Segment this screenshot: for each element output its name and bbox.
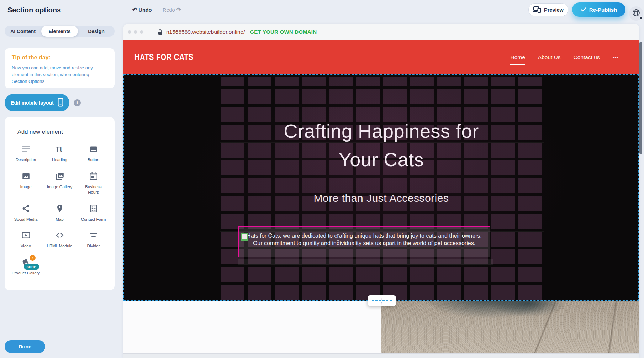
add-new-element-card: Add new element DescriptionTtHeadingButt… xyxy=(5,117,115,290)
add-element-image-gallery[interactable]: Image Gallery xyxy=(43,172,76,195)
site-url[interactable]: n1566589.websitebuilder.online/ xyxy=(166,29,245,35)
redo-button[interactable]: Redo ↷ xyxy=(163,6,181,13)
element-label: Heading xyxy=(52,157,67,163)
shop-badge: SHOP xyxy=(24,264,39,270)
lock-icon xyxy=(158,29,163,35)
website-builder-app: Section options ↶ Undo Redo ↷ Preview Re… xyxy=(0,0,644,358)
add-element-heading[interactable]: TtHeading xyxy=(43,144,76,163)
element-grid: DescriptionTtHeadingButtonImageImage Gal… xyxy=(9,144,110,276)
browser-dot xyxy=(134,30,137,34)
upgrade-arrow-icon: ↑ xyxy=(30,255,36,261)
element-label: Map xyxy=(56,217,63,222)
next-section-white-area[interactable] xyxy=(123,301,381,358)
selected-text-element[interactable]: Hats for Cats, we are dedicated to craft… xyxy=(238,226,490,257)
social-media-icon xyxy=(21,204,31,215)
element-label: Video xyxy=(21,243,31,249)
tab-elements[interactable]: Elements xyxy=(41,26,78,37)
tip-body: Now you can add, move and resize any ele… xyxy=(12,64,102,85)
undo-icon: ↶ xyxy=(132,7,137,13)
video-icon xyxy=(21,231,31,241)
tab-ai-content[interactable]: AI Content xyxy=(5,26,41,37)
edit-mobile-layout-button[interactable]: Edit mobile layout xyxy=(5,94,69,111)
add-element-product-gallery[interactable]: ↑SHOPProduct Gallery xyxy=(9,258,43,276)
get-your-own-domain-link[interactable]: GET YOUR OWN DOMAIN xyxy=(250,29,317,35)
sidebar: AI Content Elements Design Tip of the da… xyxy=(0,21,119,358)
element-selection-handle[interactable] xyxy=(241,233,248,241)
next-section xyxy=(123,301,639,358)
hero-heading-line1: Crafting Happiness for xyxy=(124,117,638,145)
map-icon xyxy=(55,204,64,215)
hero-paragraph-line1: Hats for Cats, we are dedicated to craft… xyxy=(239,232,490,239)
hero-heading-line2: Your Cats xyxy=(124,145,638,174)
topbar: Section options ↶ Undo Redo ↷ Preview Re… xyxy=(0,0,644,21)
tip-title: Tip of the day: xyxy=(12,54,107,61)
element-label: HTML Module xyxy=(47,243,73,249)
element-label: Button xyxy=(88,157,99,163)
html-module-icon xyxy=(55,231,65,241)
add-new-element-title: Add new element xyxy=(9,128,110,135)
sidebar-tabs: AI Content Elements Design xyxy=(5,26,115,37)
element-label: Product Gallery xyxy=(12,270,40,276)
site-preview-frame: n1566589.websitebuilder.online/ GET YOUR… xyxy=(123,24,639,358)
element-label: Image Gallery xyxy=(47,184,73,190)
tip-of-the-day-card: Tip of the day: Now you can add, move an… xyxy=(5,48,115,88)
hero-heading[interactable]: Crafting Happiness for Your Cats xyxy=(124,117,638,174)
site-nav: HomeAbout UsContact us••• xyxy=(510,40,618,74)
image-icon xyxy=(21,172,31,182)
element-label: Divider xyxy=(87,243,100,249)
edit-mobile-layout-label: Edit mobile layout xyxy=(11,100,54,106)
add-element-button[interactable]: Button xyxy=(76,144,110,163)
paragraph-shadow-strip xyxy=(238,259,493,265)
hero-section-selected[interactable]: Crafting Happiness for Your Cats More th… xyxy=(123,74,639,301)
undo-button[interactable]: ↶ Undo xyxy=(132,6,152,13)
heading-icon: Tt xyxy=(55,144,64,155)
add-element-map[interactable]: Map xyxy=(43,204,76,222)
republish-button[interactable]: Re-Publish xyxy=(572,2,625,17)
hero-subheading[interactable]: More than Just Accessories xyxy=(124,192,638,204)
next-section-photo[interactable] xyxy=(381,301,639,358)
browser-bar: n1566589.websitebuilder.online/ GET YOUR… xyxy=(123,24,639,40)
element-label: Business Hours xyxy=(79,184,108,195)
text-cursor xyxy=(336,234,340,242)
redo-icon: ↷ xyxy=(176,7,181,13)
hero-paragraph-line2: Our commitment to quality and individual… xyxy=(239,239,490,247)
nav-item-2[interactable]: Contact us xyxy=(574,54,600,60)
add-element-social-media[interactable]: Social Media xyxy=(9,204,43,222)
tab-design[interactable]: Design xyxy=(78,26,115,37)
contact-form-icon xyxy=(89,204,98,215)
check-icon xyxy=(581,7,586,13)
site-header: HATS FOR CATS HomeAbout UsContact us••• xyxy=(123,40,639,74)
nav-item-1[interactable]: About Us xyxy=(538,54,561,60)
element-label: Contact Form xyxy=(81,217,106,222)
done-button[interactable]: Done xyxy=(5,340,45,353)
nav-item-0[interactable]: Home xyxy=(510,54,525,65)
add-element-video[interactable]: Video xyxy=(9,231,43,249)
divider-icon xyxy=(89,231,98,241)
add-element-contact-form[interactable]: Contact Form xyxy=(76,204,110,222)
add-element-business-hours[interactable]: Business Hours xyxy=(76,172,110,195)
section-resize-handle[interactable]: ↓ ↑ xyxy=(368,295,396,306)
add-element-html-module[interactable]: HTML Module xyxy=(43,231,76,249)
browser-dot xyxy=(128,30,131,34)
info-button[interactable]: i xyxy=(74,99,81,106)
browser-dot xyxy=(140,30,143,34)
add-element-divider[interactable]: Divider xyxy=(76,231,110,249)
vertical-scrollbar[interactable] xyxy=(639,42,642,154)
devices-icon xyxy=(533,6,541,14)
phone-icon xyxy=(58,98,63,108)
browser-tab-dots xyxy=(128,30,143,34)
nav-item-3[interactable]: ••• xyxy=(613,54,618,60)
image-gallery-icon xyxy=(55,172,65,182)
add-element-description[interactable]: Description xyxy=(9,144,43,163)
republish-label: Re-Publish xyxy=(589,7,617,13)
button-icon xyxy=(89,144,98,155)
preview-label: Preview xyxy=(544,7,564,13)
business-hours-icon xyxy=(89,172,98,182)
horizontal-scrollbar[interactable] xyxy=(123,353,639,358)
add-element-image[interactable]: Image xyxy=(9,172,43,195)
sidebar-divider xyxy=(5,332,110,332)
product-gallery-icon: ↑SHOP xyxy=(21,258,31,268)
site-logo[interactable]: HATS FOR CATS xyxy=(134,52,194,63)
preview-button[interactable]: Preview xyxy=(528,3,568,16)
language-globe-button[interactable] xyxy=(629,6,643,21)
